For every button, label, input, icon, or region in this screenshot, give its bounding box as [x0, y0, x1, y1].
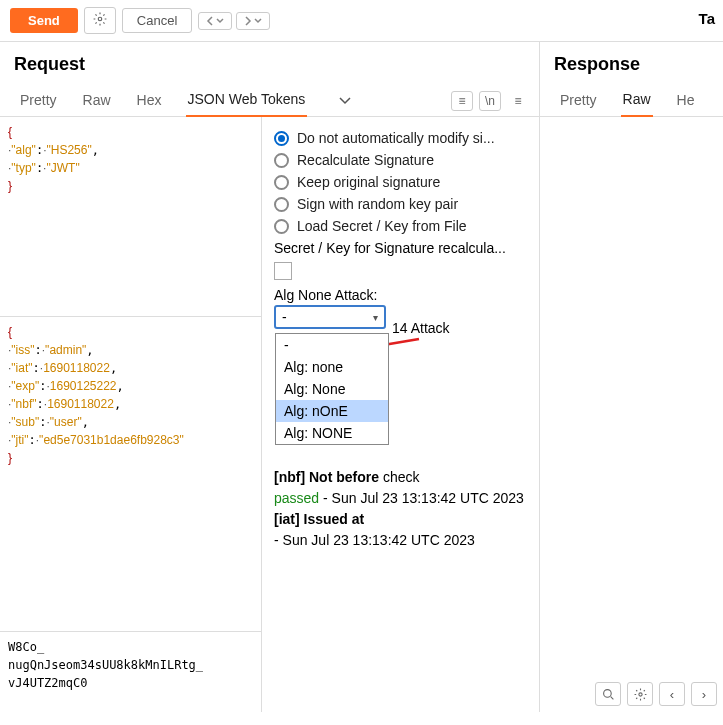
chevron-right-icon — [244, 16, 252, 26]
dd-item-none-cap[interactable]: Alg: None — [276, 378, 388, 400]
response-title: Response — [540, 42, 723, 81]
dd-item-dash[interactable]: - — [276, 334, 388, 356]
chevron-down-icon: ▾ — [373, 312, 378, 323]
svg-point-0 — [98, 17, 102, 21]
view-mode-2[interactable]: \n — [479, 91, 501, 111]
secret-input[interactable] — [274, 262, 292, 280]
jwt-header-editor[interactable]: { ·"alg":·"HS256", ·"typ":·"JWT" } — [0, 117, 261, 317]
search-button[interactable] — [595, 682, 621, 706]
svg-point-2 — [638, 692, 641, 695]
tab-raw[interactable]: Raw — [81, 86, 113, 116]
jwt-payload-editor[interactable]: { ·"iss":·"admin", ·"iat":·1690118022, ·… — [0, 317, 261, 632]
chevron-down-icon — [254, 18, 262, 24]
tab-hex[interactable]: Hex — [135, 86, 164, 116]
jwt-analysis: [nbf] Not before check passed - Sun Jul … — [274, 467, 527, 551]
radio-no-modify[interactable]: Do not automatically modify si... — [274, 127, 527, 149]
secret-label: Secret / Key for Signature recalcula... — [274, 237, 527, 259]
tab-dropdown[interactable] — [339, 94, 351, 108]
jwt-signature-editor[interactable]: W8Co_ nugQnJseom34sUU8k8kMnILRtg_ vJ4UTZ… — [0, 632, 261, 712]
radio-keep-original[interactable]: Keep original signature — [274, 171, 527, 193]
send-button[interactable]: Send — [10, 8, 78, 33]
request-title: Request — [0, 42, 539, 81]
view-mode-1[interactable]: ≡ — [451, 91, 473, 111]
dd-item-none-mixed[interactable]: Alg: nOnE — [276, 400, 388, 422]
settings2-button[interactable] — [627, 682, 653, 706]
menu-icon[interactable]: ≡ — [507, 91, 529, 111]
chevron-left-icon — [206, 16, 214, 26]
next-page[interactable]: › — [691, 682, 717, 706]
resp-tab-pretty[interactable]: Pretty — [558, 86, 599, 116]
alg-none-combo[interactable]: - ▾ - Alg: none Alg: None Alg: nOnE Alg:… — [274, 305, 386, 329]
dd-item-none-upper[interactable]: Alg: NONE — [276, 422, 388, 444]
radio-recalculate[interactable]: Recalculate Signature — [274, 149, 527, 171]
alg-none-label: Alg None Attack: — [274, 283, 527, 305]
resp-tab-hex[interactable]: He — [675, 86, 697, 116]
radio-load-secret[interactable]: Load Secret / Key from File — [274, 215, 527, 237]
tab-pretty[interactable]: Pretty — [18, 86, 59, 116]
settings-button[interactable] — [84, 7, 116, 34]
resp-tab-raw[interactable]: Raw — [621, 85, 653, 117]
next-button[interactable] — [236, 12, 270, 30]
chevron-down-icon — [339, 97, 351, 105]
radio-random-key[interactable]: Sign with random key pair — [274, 193, 527, 215]
dd-item-none-lower[interactable]: Alg: none — [276, 356, 388, 378]
gear-icon — [93, 12, 107, 26]
gear-icon — [634, 688, 647, 701]
prev-page[interactable]: ‹ — [659, 682, 685, 706]
search-icon — [602, 688, 615, 701]
svg-point-1 — [603, 689, 611, 697]
alg-dropdown: - Alg: none Alg: None Alg: nOnE Alg: NON… — [275, 333, 389, 445]
chevron-down-icon — [216, 18, 224, 24]
prev-button[interactable] — [198, 12, 232, 30]
top-right-label: Ta — [699, 10, 715, 27]
attack-text: 14 Attack — [392, 320, 450, 336]
tab-jwt[interactable]: JSON Web Tokens — [186, 85, 308, 117]
cancel-button[interactable]: Cancel — [122, 8, 192, 33]
